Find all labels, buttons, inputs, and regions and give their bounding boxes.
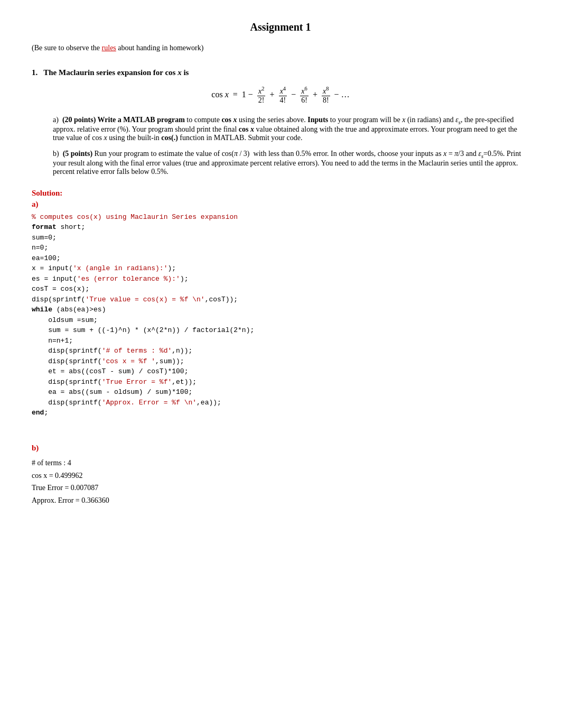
- code-line-18: ea = abs((sum - oldsum) / sum)*100;: [32, 387, 529, 398]
- code-line-10: while (abs(ea)>es): [32, 305, 529, 315]
- output-line-4: Approx. Error = 0.366360: [32, 494, 529, 507]
- rules-prefix: (Be sure to observe the: [32, 44, 102, 52]
- solution-label: Solution:: [32, 189, 529, 198]
- code-line-20: end;: [32, 408, 529, 418]
- code-block-a: % computes cos(x) using Maclaurin Series…: [32, 212, 529, 418]
- question-1-title: 1. The Maclaurin series expansion for co…: [32, 68, 529, 77]
- code-line-17: disp(sprintf('True Error = %f',et));: [32, 377, 529, 388]
- code-line-11: oldsum =sum;: [32, 315, 529, 326]
- output-line-2: cos x = 0.499962: [32, 469, 529, 482]
- code-line-2: format short;: [32, 222, 529, 233]
- output-line-1: # of terms : 4: [32, 457, 529, 469]
- part-a-label: a): [32, 200, 529, 209]
- code-line-14: disp(sprintf('# of terms : %d',n));: [32, 346, 529, 356]
- code-line-5: ea=100;: [32, 253, 529, 264]
- code-line-19: disp(sprintf('Approx. Error = %f \n',ea)…: [32, 398, 529, 408]
- sub-question-a: a) (20 points) Write a MATLAB program to…: [53, 116, 529, 142]
- solution-section: Solution: a) % computes cos(x) using Mac…: [32, 189, 529, 507]
- part-b-label: b): [32, 444, 529, 453]
- part-a-text: a) (20 points) Write a MATLAB program to…: [53, 116, 529, 142]
- code-line-8: cosT = cos(x);: [32, 284, 529, 294]
- output-line-3: True Error = 0.007087: [32, 482, 529, 494]
- code-line-7: es = input('es (error tolerance %):');: [32, 274, 529, 284]
- question-1: 1. The Maclaurin series expansion for co…: [32, 68, 529, 176]
- code-line-1: % computes cos(x) using Maclaurin Series…: [32, 212, 529, 223]
- rules-line: (Be sure to observe the rules about hand…: [32, 44, 529, 52]
- code-line-4: n=0;: [32, 243, 529, 253]
- math-formula: cos x = 1 − x2 2! + x4 4! − x6 6! + x8 8…: [32, 86, 529, 105]
- part-b-text: b) (5 points) Run your program to estima…: [53, 150, 529, 176]
- code-line-15: disp(sprintf('cos x = %f ',sum));: [32, 356, 529, 367]
- sub-question-b: b) (5 points) Run your program to estima…: [53, 150, 529, 176]
- output-block: # of terms : 4 cos x = 0.499962 True Err…: [32, 457, 529, 507]
- page-title: Assignment 1: [32, 21, 529, 33]
- code-line-12: sum = sum + ((-1)^n) * (x^(2*n)) / facto…: [32, 325, 529, 336]
- code-line-9: disp(sprintf('True value = cos(x) = %f \…: [32, 294, 529, 305]
- code-line-6: x = input('x (angle in radians):');: [32, 263, 529, 274]
- code-line-16: et = abs((cosT - sum) / cosT)*100;: [32, 366, 529, 377]
- code-line-13: n=n+1;: [32, 336, 529, 346]
- code-line-3: sum=0;: [32, 233, 529, 243]
- rules-suffix: about handing in homework): [116, 44, 204, 52]
- rules-link[interactable]: rules: [102, 44, 116, 52]
